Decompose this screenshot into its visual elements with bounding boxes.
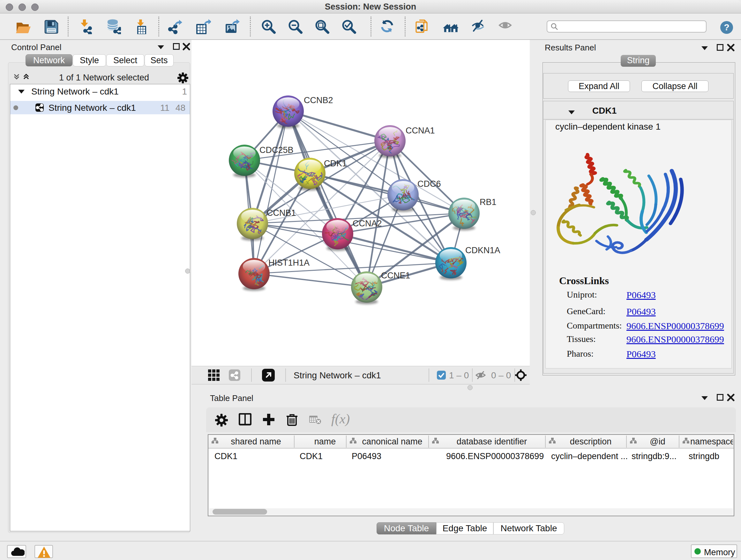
- svg-text:?: ?: [724, 22, 729, 32]
- svg-text:CCNB1: CCNB1: [267, 208, 296, 218]
- svg-text:CCNB2: CCNB2: [304, 96, 333, 105]
- svg-text:RB1: RB1: [480, 197, 496, 207]
- svg-text:CDC6: CDC6: [417, 179, 441, 189]
- svg-text:CCNA2: CCNA2: [353, 219, 382, 228]
- svg-text:CDK1: CDK1: [324, 159, 347, 168]
- svg-text:CDKN1A: CDKN1A: [465, 246, 500, 255]
- svg-text:CCNA1: CCNA1: [406, 126, 435, 135]
- svg-text:CCNE1: CCNE1: [381, 271, 410, 280]
- svg-text:HIST1H1A: HIST1H1A: [268, 258, 310, 267]
- svg-text:CDC25B: CDC25B: [259, 145, 293, 155]
